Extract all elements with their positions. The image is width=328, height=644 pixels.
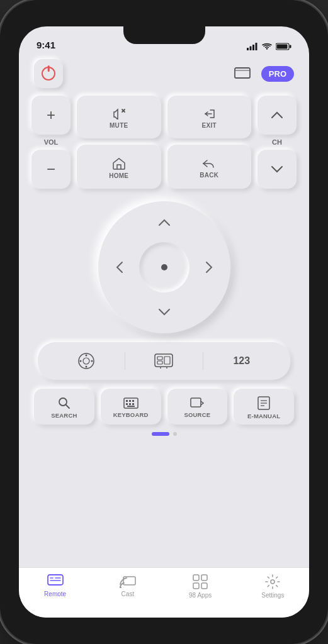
keyboard-button[interactable]: KEYBOARD — [101, 389, 161, 425]
dpad-section — [31, 201, 297, 333]
home-label: HOME — [109, 172, 128, 179]
keyboard-label: KEYBOARD — [113, 411, 149, 418]
apps-tab-icon — [193, 574, 208, 589]
svg-rect-20 — [164, 357, 170, 364]
channel-section: CH — [257, 96, 297, 189]
screen-button[interactable] — [231, 62, 254, 85]
tab-bar: Remote Cast 98 Apps — [19, 567, 309, 618]
svg-rect-30 — [129, 403, 131, 405]
search-button[interactable]: SEARCH — [34, 389, 94, 425]
ch-label: CH — [272, 138, 282, 146]
ch-up-icon — [271, 111, 283, 119]
touchpad-icon — [77, 352, 95, 370]
exit-label: EXIT — [202, 122, 217, 129]
emanual-icon — [257, 396, 270, 410]
svg-rect-29 — [126, 403, 128, 405]
svg-rect-2 — [252, 45, 254, 50]
controls-section: + VOL − MUT — [31, 96, 297, 189]
source-button[interactable]: SOURCE — [167, 389, 228, 425]
volume-section: + VOL − — [31, 96, 71, 189]
svg-rect-1 — [250, 47, 252, 51]
power-icon — [42, 67, 55, 80]
touchpad-button[interactable] — [48, 347, 125, 375]
dot-1 — [152, 432, 169, 436]
tab-apps[interactable]: 98 Apps — [175, 574, 225, 599]
vol-label: VOL — [44, 138, 59, 146]
svg-rect-38 — [48, 575, 63, 585]
num-button[interactable]: 123 — [203, 347, 280, 375]
tab-settings[interactable]: Settings — [247, 574, 298, 599]
dot-2 — [173, 432, 177, 436]
tv-button[interactable] — [125, 347, 202, 375]
emanual-button[interactable]: E-MANUAL — [234, 389, 294, 425]
dpad-right-button[interactable] — [196, 255, 222, 280]
svg-rect-32 — [127, 406, 135, 407]
svg-point-12 — [83, 358, 89, 364]
wifi-icon — [262, 43, 272, 50]
mute-button[interactable]: MUTE — [77, 96, 161, 138]
svg-rect-45 — [201, 575, 207, 580]
search-icon — [58, 397, 71, 409]
signal-icon — [247, 43, 258, 50]
phone-screen: 9:41 — [19, 26, 309, 618]
tab-remote[interactable]: Remote — [30, 574, 81, 597]
vol-up-button[interactable]: + — [31, 96, 71, 135]
svg-rect-47 — [201, 583, 207, 589]
exit-button[interactable]: EXIT — [167, 96, 252, 138]
dpad-up-button[interactable] — [152, 210, 177, 235]
dpad-left-button[interactable] — [107, 255, 132, 280]
dpad-center-dot — [161, 264, 167, 270]
source-icon — [190, 397, 204, 409]
tv-icon — [154, 353, 173, 369]
dpad-outer — [98, 201, 230, 333]
svg-rect-31 — [132, 403, 134, 405]
svg-point-16 — [91, 360, 93, 362]
svg-point-48 — [271, 580, 274, 584]
ch-down-icon — [271, 165, 283, 173]
dpad-down-button[interactable] — [152, 299, 177, 325]
tab-cast[interactable]: Cast — [103, 574, 153, 597]
svg-point-14 — [86, 366, 88, 368]
tab-settings-label: Settings — [261, 592, 284, 599]
pro-badge[interactable]: PRO — [261, 66, 294, 82]
settings-tab-icon — [265, 574, 280, 589]
tab-cast-label: Cast — [122, 591, 135, 597]
remote-tab-icon — [47, 574, 64, 588]
home-icon — [112, 157, 126, 170]
num-label: 123 — [233, 355, 250, 367]
back-button[interactable]: BACK — [167, 145, 252, 189]
status-icons — [247, 43, 291, 50]
top-bar: PRO — [31, 54, 297, 96]
ch-up-button[interactable] — [257, 96, 297, 135]
emanual-label: E-MANUAL — [247, 413, 280, 419]
power-button[interactable] — [34, 59, 63, 88]
mute-icon — [112, 108, 126, 119]
vol-down-button[interactable]: − — [31, 150, 71, 189]
svg-rect-7 — [235, 68, 250, 78]
function-buttons: SEARCH KEYBOARD — [34, 389, 294, 425]
svg-rect-18 — [157, 357, 162, 360]
keyboard-icon — [123, 397, 139, 409]
top-right-controls: PRO — [231, 62, 294, 85]
status-time: 9:41 — [37, 40, 55, 50]
cast-tab-icon — [120, 574, 136, 588]
svg-rect-28 — [132, 400, 134, 402]
tab-remote-label: Remote — [44, 591, 66, 597]
svg-point-23 — [59, 398, 67, 406]
home-button[interactable]: HOME — [77, 145, 161, 189]
svg-point-13 — [86, 355, 88, 357]
ch-down-button[interactable] — [257, 150, 297, 189]
vol-minus-icon: − — [47, 160, 55, 178]
mute-label: MUTE — [110, 122, 128, 129]
vol-plus-icon: + — [47, 106, 55, 124]
svg-rect-3 — [256, 43, 257, 50]
svg-rect-19 — [157, 361, 162, 364]
exit-icon — [202, 108, 216, 119]
svg-rect-6 — [277, 45, 288, 49]
svg-rect-26 — [126, 400, 128, 402]
svg-point-15 — [80, 360, 82, 362]
back-label: BACK — [200, 172, 218, 179]
svg-line-24 — [66, 405, 69, 408]
svg-rect-27 — [129, 400, 131, 402]
dpad-center-button[interactable] — [139, 242, 189, 292]
